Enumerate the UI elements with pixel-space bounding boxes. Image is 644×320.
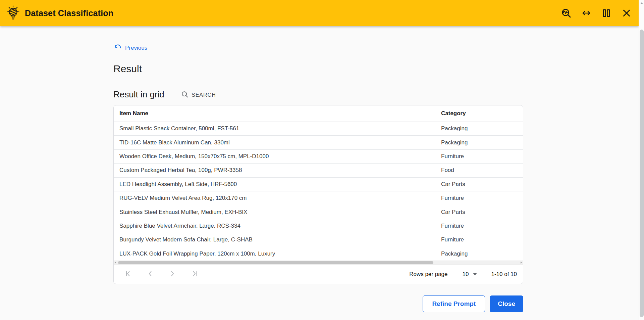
category-cell: Car Parts: [441, 181, 523, 188]
search-icon: [181, 91, 189, 99]
window-scrollbar[interactable]: [639, 0, 644, 320]
chevron-right-icon: [169, 270, 176, 278]
hscroll-right-arrow-icon[interactable]: [521, 262, 522, 264]
first-page-button[interactable]: [124, 270, 132, 279]
rows-per-page-value: 10: [463, 271, 469, 278]
table-row[interactable]: Wooden Office Desk, Medium, 150x70x75 cm…: [114, 149, 523, 163]
page-title: Result: [113, 63, 142, 75]
hscroll-left-arrow-icon[interactable]: [115, 262, 116, 264]
category-cell: Packaging: [441, 125, 523, 132]
column-header-category: Category: [441, 110, 523, 117]
fit-width-button[interactable]: [579, 6, 594, 20]
footer-actions: Refine Prompt Close: [113, 295, 523, 312]
category-cell: Furniture: [441, 236, 523, 243]
first-page-icon: [124, 270, 132, 278]
category-cell: Car Parts: [441, 209, 523, 216]
item-name-cell: Sapphire Blue Velvet Armchair, Large, RC…: [114, 223, 441, 229]
close-icon: [622, 8, 632, 18]
scroll-up-arrow-icon[interactable]: [640, 2, 643, 4]
last-page-icon: [191, 270, 198, 278]
next-page-button[interactable]: [168, 270, 177, 279]
chevron-down-icon: [473, 273, 477, 275]
column-header-item-name: Item Name: [114, 110, 441, 117]
rows-per-page-label: Rows per page: [409, 271, 447, 278]
category-cell: Packaging: [441, 139, 523, 146]
results-table: Item Name Category Small Plastic Snack C…: [113, 105, 523, 284]
rows-per-page-select[interactable]: 10: [463, 271, 477, 278]
item-name-cell: TID-16C Matte Black Aluminum Can, 330ml: [114, 139, 441, 146]
item-name-cell: LED Headlight Assembly, Left Side, HRF-5…: [114, 181, 441, 188]
category-cell: Furniture: [441, 153, 523, 160]
item-name-cell: Small Plastic Snack Container, 500ml, FS…: [114, 125, 441, 132]
split-view-button[interactable]: [599, 6, 614, 20]
search-button[interactable]: SEARCH: [181, 90, 216, 100]
refine-prompt-button[interactable]: Refine Prompt: [423, 295, 485, 312]
search-label: SEARCH: [192, 92, 216, 98]
table-row[interactable]: RUG-VELV Medium Velvet Area Rug, 120x170…: [114, 191, 523, 205]
pagination-range-label: 1-10 of 10: [491, 271, 517, 278]
item-name-cell: RUG-VELV Medium Velvet Area Rug, 120x170…: [114, 195, 441, 201]
table-row[interactable]: Burgundy Velvet Modern Sofa Chair, Large…: [114, 233, 523, 246]
item-name-cell: Stainless Steel Exhaust Muffler, Medium,…: [114, 209, 441, 216]
category-cell: Packaging: [441, 250, 523, 257]
chevron-left-icon: [147, 270, 154, 278]
table-row[interactable]: LUX-PACK Gold Foil Wrapping Paper, 120cm…: [114, 247, 523, 261]
category-cell: Furniture: [441, 223, 523, 229]
table-row[interactable]: TID-16C Matte Black Aluminum Can, 330ml …: [114, 135, 523, 149]
table-row[interactable]: Stainless Steel Exhaust Muffler, Medium,…: [114, 205, 523, 219]
app-header: Dataset Classification: [0, 0, 639, 26]
close-button[interactable]: Close: [490, 295, 523, 312]
undo-arrow-icon: [113, 43, 122, 53]
scrollbar-thumb[interactable]: [640, 30, 644, 317]
item-name-cell: Custom Packaged Herbal Tea, 100g, PWR-33…: [114, 167, 441, 174]
pagination-bar: Rows per page 10 1-10 of 10: [114, 265, 523, 284]
table-header-row: Item Name Category: [114, 105, 523, 122]
previous-page-button[interactable]: [146, 270, 155, 279]
horizontal-arrows-icon: [581, 8, 591, 18]
last-page-button[interactable]: [190, 270, 199, 279]
category-cell: Food: [441, 167, 523, 174]
table-row[interactable]: Sapphire Blue Velvet Armchair, Large, RC…: [114, 219, 523, 233]
table-horizontal-scrollbar[interactable]: [114, 261, 523, 265]
item-name-cell: Burgundy Velvet Modern Sofa Chair, Large…: [114, 236, 441, 243]
grid-section-title: Result in grid: [113, 89, 164, 100]
close-window-button[interactable]: [619, 6, 634, 20]
previous-label: Previous: [125, 45, 147, 51]
item-name-cell: LUX-PACK Gold Foil Wrapping Paper, 120cm…: [114, 250, 441, 257]
table-row[interactable]: LED Headlight Assembly, Left Side, HRF-5…: [114, 177, 523, 191]
lightbulb-logo-icon: [5, 5, 21, 21]
table-row[interactable]: Custom Packaged Herbal Tea, 100g, PWR-33…: [114, 163, 523, 177]
item-name-cell: Wooden Office Desk, Medium, 150x70x75 cm…: [114, 153, 441, 160]
analyze-data-button[interactable]: [559, 6, 574, 20]
app-title: Dataset Classification: [25, 8, 113, 18]
previous-link[interactable]: Previous: [113, 43, 147, 53]
query-stats-icon: [561, 8, 571, 18]
hscroll-thumb[interactable]: [118, 261, 433, 264]
split-view-icon: [601, 8, 611, 18]
category-cell: Furniture: [441, 195, 523, 201]
table-row[interactable]: Small Plastic Snack Container, 500ml, FS…: [114, 122, 523, 135]
